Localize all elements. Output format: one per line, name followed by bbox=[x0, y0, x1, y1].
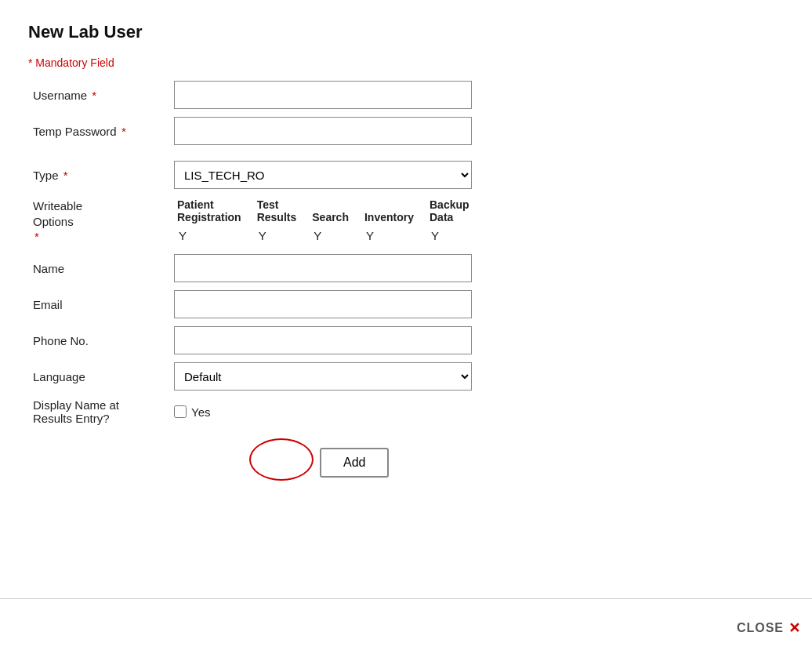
phone-input[interactable] bbox=[174, 326, 472, 354]
writeable-options-row: Writeable Options * PatientRegistration bbox=[28, 193, 784, 250]
phone-label: Phone No. bbox=[28, 322, 169, 358]
temp-password-input-cell bbox=[169, 113, 784, 149]
temp-password-required-star: * bbox=[118, 125, 126, 138]
display-name-row: Display Name at Results Entry? Yes bbox=[28, 394, 784, 429]
language-input-cell: Default English Spanish French bbox=[169, 358, 784, 394]
temp-password-row: Temp Password * bbox=[28, 113, 784, 149]
val-patient-registration: Y bbox=[174, 225, 254, 246]
username-input[interactable] bbox=[174, 81, 472, 109]
display-name-yes-label: Yes bbox=[191, 405, 210, 419]
name-input[interactable] bbox=[174, 254, 472, 282]
username-required-star: * bbox=[89, 89, 96, 102]
val-test-results: Y bbox=[254, 225, 310, 246]
mandatory-note: * Mandatory Field bbox=[28, 56, 784, 69]
col-test-results: TestResults bbox=[254, 197, 310, 225]
form-table: Username * Temp Password * bbox=[28, 77, 784, 429]
username-row: Username * bbox=[28, 77, 784, 113]
col-patient-registration: PatientRegistration bbox=[174, 197, 254, 225]
writeable-label: Writeable Options * bbox=[28, 193, 169, 250]
writeable-options-header-row: PatientRegistration TestResults Search I… bbox=[174, 197, 482, 225]
phone-row: Phone No. bbox=[28, 322, 784, 358]
add-button[interactable]: Add bbox=[320, 448, 389, 478]
type-input-cell: LIS_TECH_RO LIS_TECH_RW LIS_ADMIN LIS_RE… bbox=[169, 157, 784, 193]
temp-password-label: Temp Password * bbox=[28, 113, 169, 149]
val-inventory: Y bbox=[361, 225, 426, 246]
writeable-options-values-row: Y Y Y Y Y bbox=[174, 225, 482, 246]
username-label: Username * bbox=[28, 77, 169, 113]
writeable-options-table: PatientRegistration TestResults Search I… bbox=[174, 197, 482, 246]
type-row: Type * LIS_TECH_RO LIS_TECH_RW LIS_ADMIN… bbox=[28, 157, 784, 193]
type-required-star: * bbox=[60, 169, 68, 182]
email-input-cell bbox=[169, 286, 784, 322]
bottom-divider bbox=[0, 598, 812, 599]
writeable-required-star: * bbox=[34, 230, 39, 243]
page-container: New Lab User * Mandatory Field Username … bbox=[0, 0, 812, 654]
language-row: Language Default English Spanish French bbox=[28, 358, 784, 394]
page-title: New Lab User bbox=[28, 22, 784, 42]
val-search: Y bbox=[309, 225, 361, 246]
type-label: Type * bbox=[28, 157, 169, 193]
display-name-checkbox[interactable] bbox=[174, 405, 187, 418]
col-search: Search bbox=[309, 197, 361, 225]
name-input-cell bbox=[169, 250, 784, 286]
add-button-highlight-circle bbox=[249, 438, 314, 481]
email-row: Email bbox=[28, 286, 784, 322]
email-input[interactable] bbox=[174, 290, 472, 318]
close-label: CLOSE bbox=[737, 621, 784, 635]
col-backup-data: BackupData bbox=[426, 197, 482, 225]
type-select[interactable]: LIS_TECH_RO LIS_TECH_RW LIS_ADMIN LIS_RE… bbox=[174, 161, 472, 189]
phone-input-cell bbox=[169, 322, 784, 358]
display-name-checkbox-row: Yes bbox=[174, 405, 779, 419]
display-name-label: Display Name at Results Entry? bbox=[28, 394, 169, 429]
language-label: Language bbox=[28, 358, 169, 394]
col-inventory: Inventory bbox=[361, 197, 426, 225]
language-select[interactable]: Default English Spanish French bbox=[174, 362, 472, 391]
add-button-wrapper: Add bbox=[174, 441, 389, 478]
close-button[interactable]: CLOSE ✕ bbox=[737, 619, 801, 637]
close-icon: ✕ bbox=[788, 619, 801, 637]
writeable-options-cell: PatientRegistration TestResults Search I… bbox=[169, 193, 784, 250]
username-input-cell bbox=[169, 77, 784, 113]
temp-password-input[interactable] bbox=[174, 117, 472, 145]
name-label: Name bbox=[28, 250, 169, 286]
val-backup-data: Y bbox=[426, 225, 482, 246]
name-row: Name bbox=[28, 250, 784, 286]
email-label: Email bbox=[28, 286, 169, 322]
display-name-checkbox-cell: Yes bbox=[169, 394, 784, 429]
